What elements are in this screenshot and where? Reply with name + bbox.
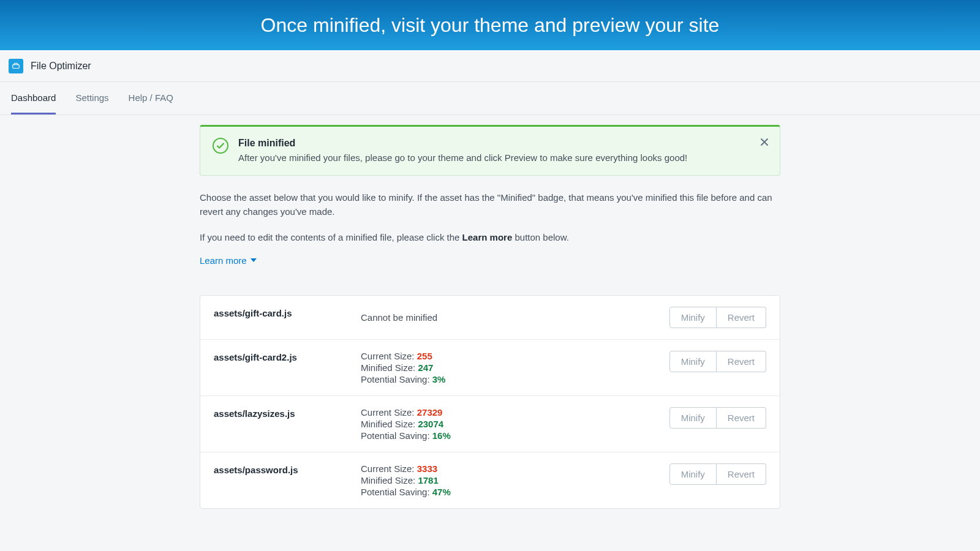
promo-banner: Once minified, visit your theme and prev… (0, 0, 980, 50)
chevron-down-icon (251, 258, 257, 262)
table-row: assets/lazysizes.js Current Size: 27329 … (200, 396, 780, 452)
banner-text: Once minified, visit your theme and prev… (261, 14, 720, 37)
svg-rect-0 (13, 64, 20, 68)
revert-button[interactable]: Revert (717, 351, 766, 372)
intro-text: Choose the asset below that you would li… (200, 190, 780, 219)
row-actions: Minify Revert (669, 351, 766, 372)
table-row: assets/gift-card2.js Current Size: 255 M… (200, 340, 780, 396)
revert-button[interactable]: Revert (717, 307, 766, 328)
minify-button[interactable]: Minify (669, 463, 717, 485)
title-bar: File Optimizer (0, 50, 980, 82)
asset-name: assets/gift-card2.js (214, 351, 349, 362)
alert-title: File minified (238, 138, 687, 149)
tab-dashboard[interactable]: Dashboard (11, 82, 56, 114)
asset-info: Cannot be minified (361, 312, 657, 323)
intro-text-2: If you need to edit the contents of a mi… (200, 230, 780, 244)
row-actions: Minify Revert (669, 307, 766, 328)
asset-name: assets/password.js (214, 463, 349, 475)
tab-bar: Dashboard Settings Help / FAQ (0, 82, 980, 115)
table-row: assets/gift-card.js Cannot be minified M… (200, 296, 780, 340)
app-name: File Optimizer (31, 61, 91, 72)
revert-button[interactable]: Revert (717, 463, 766, 485)
learn-more-label: Learn more (200, 255, 247, 266)
learn-more-toggle[interactable]: Learn more (200, 255, 257, 266)
revert-button[interactable]: Revert (717, 407, 766, 429)
app-icon (9, 59, 23, 73)
asset-name: assets/gift-card.js (214, 307, 349, 318)
check-circle-icon (213, 138, 228, 154)
asset-info: Current Size: 27329 Minified Size: 23074… (361, 407, 657, 441)
asset-info: Current Size: 3333 Minified Size: 1781 P… (361, 463, 657, 497)
alert-body: After you've minified your files, please… (238, 152, 687, 163)
assets-table: assets/gift-card.js Cannot be minified M… (200, 295, 780, 509)
row-actions: Minify Revert (669, 407, 766, 429)
tab-help[interactable]: Help / FAQ (129, 82, 173, 114)
minify-button[interactable]: Minify (669, 351, 717, 372)
content: File minified After you've minified your… (0, 115, 980, 509)
asset-name: assets/lazysizes.js (214, 407, 349, 419)
minify-button[interactable]: Minify (669, 407, 717, 429)
success-alert: File minified After you've minified your… (200, 125, 780, 176)
asset-info: Current Size: 255 Minified Size: 247 Pot… (361, 351, 657, 384)
minify-button[interactable]: Minify (669, 307, 717, 328)
tab-settings[interactable]: Settings (75, 82, 108, 114)
close-icon[interactable] (759, 137, 770, 150)
row-actions: Minify Revert (669, 463, 766, 485)
table-row: assets/password.js Current Size: 3333 Mi… (200, 452, 780, 508)
